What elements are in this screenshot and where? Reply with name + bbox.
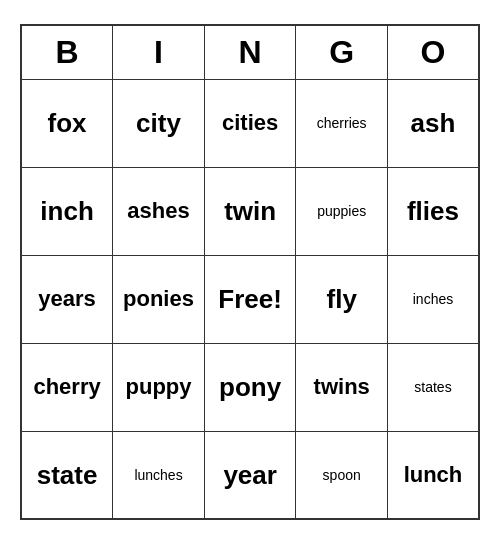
table-row: inchashestwinpuppiesflies [21, 167, 479, 255]
header-o: O [387, 25, 479, 80]
bingo-cell: state [21, 431, 113, 519]
bingo-card: B I N G O foxcitycitiescherriesashinchas… [20, 24, 480, 521]
bingo-cell: flies [387, 167, 479, 255]
bingo-cell: years [21, 255, 113, 343]
bingo-cell: fly [296, 255, 387, 343]
bingo-cell: spoon [296, 431, 387, 519]
bingo-cell: fox [21, 79, 113, 167]
bingo-cell: states [387, 343, 479, 431]
bingo-cell: cities [204, 79, 296, 167]
table-row: cherrypuppyponytwinsstates [21, 343, 479, 431]
bingo-cell: inches [387, 255, 479, 343]
bingo-cell: cherries [296, 79, 387, 167]
bingo-cell: puppy [113, 343, 205, 431]
header-g: G [296, 25, 387, 80]
bingo-cell: ponies [113, 255, 205, 343]
bingo-cell: city [113, 79, 205, 167]
table-row: yearsponiesFree!flyinches [21, 255, 479, 343]
table-row: foxcitycitiescherriesash [21, 79, 479, 167]
table-row: statelunchesyearspoonlunch [21, 431, 479, 519]
bingo-cell: year [204, 431, 296, 519]
bingo-cell: pony [204, 343, 296, 431]
bingo-cell: lunches [113, 431, 205, 519]
bingo-cell: inch [21, 167, 113, 255]
header-i: I [113, 25, 205, 80]
bingo-cell: twin [204, 167, 296, 255]
bingo-cell: Free! [204, 255, 296, 343]
header-n: N [204, 25, 296, 80]
bingo-cell: puppies [296, 167, 387, 255]
bingo-cell: lunch [387, 431, 479, 519]
bingo-cell: twins [296, 343, 387, 431]
bingo-cell: ashes [113, 167, 205, 255]
header-b: B [21, 25, 113, 80]
bingo-cell: ash [387, 79, 479, 167]
bingo-cell: cherry [21, 343, 113, 431]
